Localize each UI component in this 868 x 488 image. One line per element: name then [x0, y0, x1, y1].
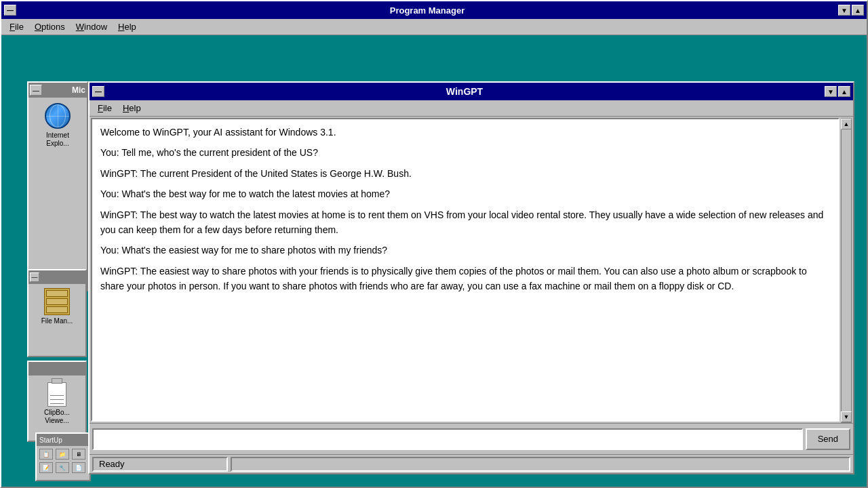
mic-window: — Mic InternetExplo... — [27, 81, 88, 291]
chat-scrollbar[interactable]: ▲ ▼ — [841, 118, 852, 423]
pm-maximize-button[interactable]: ▲ — [852, 5, 864, 16]
wingpt-window: — WinGPT ▼ ▲ File Help Welcome to WinGPT… — [88, 81, 854, 474]
chat-input[interactable] — [92, 428, 803, 450]
program-manager-menubar: File Options Window Help — [1, 19, 867, 35]
wingpt-menu-file[interactable]: File — [92, 102, 117, 115]
startup-group-window: StartUp 📋 📁 🖥 📝 🔧 📄 — [35, 432, 91, 481]
mic-titlebar: — Mic — [28, 83, 87, 98]
file-manager-label: File Man... — [41, 317, 73, 325]
status-panel-ready: Ready — [92, 457, 228, 472]
clipboard-titlebar — [28, 362, 85, 375]
message-system: Welcome to WinGPT, your AI assistant for… — [100, 125, 830, 140]
internet-explorer-icon[interactable] — [45, 103, 71, 129]
clipboard-window: ClipBo...Viewe... — [27, 361, 87, 442]
status-text: Ready — [99, 459, 125, 469]
wingpt-menubar: File Help — [90, 100, 853, 117]
message-user-1: You: Tell me, who's the current presiden… — [100, 145, 830, 160]
message-bot-1: WinGPT: The current President of the Uni… — [100, 166, 830, 181]
wingpt-title: WinGPT — [104, 86, 825, 97]
chat-messages: Welcome to WinGPT, your AI assistant for… — [91, 118, 840, 422]
wingpt-titlebar: — WinGPT ▼ ▲ — [90, 83, 853, 100]
status-bar: Ready — [90, 454, 853, 473]
startup-icon-5[interactable]: 🔧 — [56, 462, 69, 473]
chat-container: Welcome to WinGPT, your AI assistant for… — [90, 117, 853, 423]
program-manager-title: Program Manager — [16, 5, 838, 16]
startup-icon-2[interactable]: 📁 — [56, 449, 69, 460]
send-button[interactable]: Send — [806, 428, 850, 450]
scroll-down-button[interactable]: ▼ — [841, 411, 852, 422]
clipboard-label: ClipBo...Viewe... — [44, 409, 70, 425]
program-manager-window: — Program Manager ▼ ▲ File Options Windo… — [0, 0, 868, 488]
pm-menu-window[interactable]: Window — [71, 20, 113, 33]
startup-icon-3[interactable]: 🖥 — [72, 449, 85, 460]
mic-title: Mic — [72, 85, 85, 95]
file-manager-titlebar: — — [28, 270, 85, 284]
pm-menu-file[interactable]: File — [4, 20, 29, 33]
scroll-up-button[interactable]: ▲ — [841, 119, 852, 129]
file-manager-icon[interactable] — [44, 288, 70, 315]
wingpt-maximize-button[interactable]: ▲ — [838, 86, 850, 97]
fm-system-button[interactable]: — — [30, 272, 39, 282]
startup-content: 📋 📁 🖥 📝 🔧 📄 — [37, 446, 90, 476]
pm-system-menu-button[interactable]: — — [4, 5, 16, 16]
pm-minimize-button[interactable]: ▼ — [838, 5, 850, 16]
startup-icon-1[interactable]: 📋 — [39, 449, 53, 460]
clipboard-icon[interactable] — [45, 378, 69, 407]
status-panel-info — [231, 457, 850, 472]
file-manager-content: File Man... — [28, 284, 85, 329]
input-area: Send — [90, 423, 853, 454]
mic-content: InternetExplo... — [28, 98, 87, 153]
internet-explorer-label: InternetExplo... — [46, 131, 69, 148]
startup-icon-4[interactable]: 📝 — [39, 462, 53, 473]
message-user-3: You: What's the easiest way for me to sh… — [100, 243, 830, 258]
wingpt-system-button[interactable]: — — [92, 86, 104, 97]
wingpt-menu-help[interactable]: Help — [117, 102, 146, 115]
pm-menu-help[interactable]: Help — [113, 20, 142, 33]
message-user-2: You: What's the best way for me to watch… — [100, 186, 830, 201]
pm-desktop: — Mic InternetExplo... — — [1, 35, 867, 487]
file-manager-window: — File Man... — [27, 269, 87, 357]
mic-system-button[interactable]: — — [30, 85, 42, 96]
message-bot-2: WinGPT: The best way to watch the latest… — [100, 207, 830, 238]
scroll-track[interactable] — [842, 129, 851, 411]
startup-icon-6[interactable]: 📄 — [72, 462, 85, 473]
wingpt-minimize-button[interactable]: ▼ — [825, 86, 837, 97]
startup-titlebar: StartUp — [37, 434, 90, 446]
program-manager-titlebar: — Program Manager ▼ ▲ — [1, 1, 867, 19]
pm-menu-options[interactable]: Options — [29, 20, 71, 33]
message-bot-3: WinGPT: The easiest way to share photos … — [100, 264, 830, 294]
clipboard-content: ClipBo...Viewe... — [28, 375, 85, 428]
startup-label: StartUp — [39, 436, 62, 444]
